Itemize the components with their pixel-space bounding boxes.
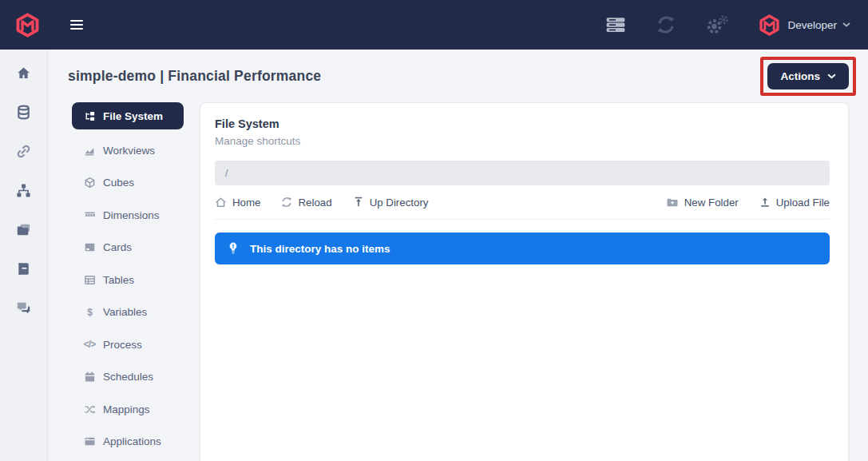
new-folder-icon	[666, 196, 679, 209]
database-icon[interactable]	[16, 105, 31, 120]
chevron-down-icon	[842, 22, 850, 27]
table-icon	[83, 274, 96, 286]
sidebar-item-label: Workviews	[103, 145, 155, 157]
sidebar-item-dimensions[interactable]: Dimensions	[72, 199, 184, 232]
sidebar-item-schedules[interactable]: Schedules	[72, 361, 184, 394]
user-label: Developer	[787, 19, 837, 31]
app-logo[interactable]	[14, 12, 40, 38]
reload-button[interactable]: Reload	[281, 197, 331, 209]
toolbar-label: Home	[232, 197, 260, 209]
calendar-icon	[83, 371, 96, 383]
upload-icon	[759, 197, 771, 208]
main-area: simple-demo | Financial Performance Acti…	[48, 50, 868, 461]
topbar-actions: Developer	[605, 14, 850, 36]
chat-icon[interactable]	[16, 300, 31, 316]
icon-rail	[0, 50, 48, 461]
actions-button[interactable]: Actions	[767, 63, 849, 89]
abacus-icon	[83, 209, 96, 221]
sidebar-item-cards[interactable]: Cards	[72, 232, 184, 264]
sidebar-item-label: Cards	[103, 241, 132, 253]
servers-icon[interactable]	[605, 14, 626, 35]
file-system-panel: File System Manage shortcuts / Home	[200, 102, 849, 461]
toolbar-label: Upload File	[776, 197, 830, 209]
lightbulb-icon	[227, 241, 240, 256]
toolbar-label: New Folder	[684, 197, 739, 209]
reload-icon	[281, 197, 292, 208]
shuffle-icon	[83, 403, 96, 415]
link-icon[interactable]	[16, 144, 31, 159]
alert-text: This directory has no items	[250, 243, 390, 255]
hamburger-icon	[70, 20, 83, 30]
sidebar-item-label: Variables	[103, 306, 147, 318]
home-icon	[215, 197, 227, 209]
user-menu[interactable]: Developer	[759, 14, 850, 36]
sidebar-item-label: Cubes	[103, 177, 134, 189]
annotation-highlight-box: Actions	[760, 57, 856, 96]
sidebar-item-mappings[interactable]: Mappings	[72, 393, 184, 426]
user-logo-icon	[759, 14, 780, 36]
panel-subtitle: Manage shortcuts	[215, 135, 830, 147]
sidebar-item-process[interactable]: </> Process	[72, 328, 184, 361]
empty-directory-alert: This directory has no items	[215, 232, 830, 264]
page-header: simple-demo | Financial Performance Acti…	[48, 50, 868, 102]
path-input[interactable]: /	[215, 161, 830, 185]
logo-hexagon-m-icon	[15, 13, 40, 38]
sidebar-item-label: File System	[103, 110, 163, 122]
sidebar-item-tables[interactable]: Tables	[72, 264, 184, 296]
sidebar-item-variables[interactable]: $ Variables	[72, 296, 184, 329]
settings-gears-icon[interactable]	[706, 14, 728, 35]
up-arrow-icon	[353, 197, 364, 208]
toolbar-left-group: Home Reload	[215, 197, 429, 209]
sidebar-item-workviews[interactable]: Workviews	[72, 134, 184, 167]
home-icon[interactable]	[16, 66, 31, 81]
new-folder-button[interactable]: New Folder	[666, 196, 739, 209]
sidebar-item-label: Mappings	[103, 403, 150, 415]
file-toolbar: Home Reload	[215, 196, 830, 220]
book-icon[interactable]	[16, 261, 31, 276]
file-tree-icon	[83, 110, 96, 122]
dollar-icon: $	[83, 307, 96, 318]
window-icon	[83, 435, 96, 447]
folders-icon[interactable]	[16, 222, 31, 237]
sitemap-icon[interactable]	[16, 183, 31, 198]
area-chart-icon	[83, 145, 96, 157]
sidebar-item-label: Dimensions	[103, 209, 160, 221]
chevron-down-icon	[827, 74, 836, 79]
sidebar-item-cubes[interactable]: Cubes	[72, 167, 184, 200]
topbar: Developer	[0, 0, 868, 50]
card-icon	[83, 241, 96, 253]
refresh-icon[interactable]	[656, 15, 676, 34]
page-title: simple-demo | Financial Performance	[68, 68, 321, 85]
toolbar-label: Reload	[298, 197, 331, 209]
actions-button-label: Actions	[780, 70, 820, 82]
code-icon: </>	[83, 339, 96, 350]
sidebar-item-label: Process	[103, 339, 142, 351]
home-button[interactable]: Home	[215, 197, 260, 209]
content-area: File System Workviews Cu	[48, 102, 868, 461]
sidebar-menu: File System Workviews Cu	[72, 102, 184, 458]
toolbar-label: Up Directory	[370, 197, 429, 209]
up-directory-button[interactable]: Up Directory	[353, 197, 429, 209]
menu-toggle-button[interactable]	[67, 14, 86, 35]
cube-icon	[83, 177, 96, 189]
sidebar-item-applications[interactable]: Applications	[72, 426, 184, 459]
sidebar-item-label: Applications	[103, 435, 161, 447]
upload-file-button[interactable]: Upload File	[759, 196, 830, 209]
sidebar-item-label: Schedules	[103, 371, 153, 383]
toolbar-right-group: New Folder Upload File	[666, 196, 830, 209]
panel-title: File System	[215, 117, 830, 130]
sidebar-item-file-system[interactable]: File System	[72, 102, 184, 129]
sidebar-item-label: Tables	[103, 274, 134, 286]
